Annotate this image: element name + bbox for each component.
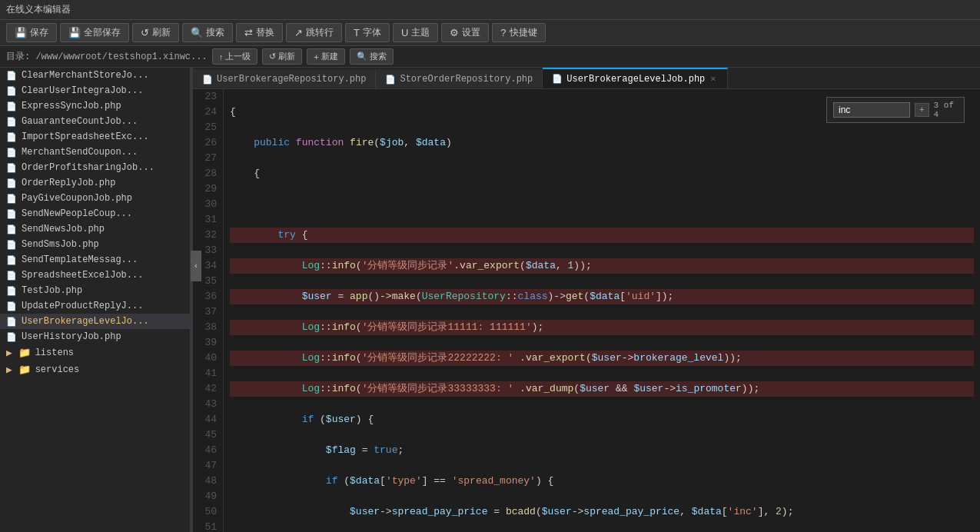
breadcrumb-refresh-button[interactable]: ↺ 刷新 xyxy=(262,48,302,65)
sidebar-item-label: GauaranteeCountJob... xyxy=(22,116,138,127)
line-numbers: 23 24 25 26 27 28 29 30 31 32 33 34 35 3… xyxy=(193,89,224,532)
tab-StoreOrderRepository[interactable]: 📄 StoreOrderRepository.php xyxy=(376,69,543,88)
settings-icon: ⚙ xyxy=(450,27,459,38)
sidebar-item-label: ImportSpreadsheetExc... xyxy=(22,131,149,142)
search-icon: 🔍 xyxy=(191,27,203,38)
sidebar-item-SendNewsJob[interactable]: 📄 SendNewsJob.php xyxy=(0,221,190,237)
new-button[interactable]: + 新建 xyxy=(307,48,344,65)
collapse-button[interactable]: ‹ xyxy=(191,251,201,281)
tab-label: UserBrokerageLevelJob.php xyxy=(566,74,705,85)
search-button[interactable]: 🔍 搜索 xyxy=(182,23,233,42)
sidebar-item-label: OrderReplyJob.php xyxy=(22,178,115,188)
file-icon: 📄 xyxy=(6,163,17,173)
sidebar-item-label: SendTemplateMessag... xyxy=(22,254,138,265)
code-line-36: $user->spread_pay_price = bcadd($user->s… xyxy=(230,504,974,520)
file-icon: 📄 xyxy=(6,101,17,111)
main-layout: 📄 ClearMerchantStoreJo... 📄 ClearUserInt… xyxy=(0,68,980,532)
editor-area: 📄 UserBrokerageRepository.php 📄 StoreOrd… xyxy=(193,68,980,532)
tab-bar: 📄 UserBrokerageRepository.php 📄 StoreOrd… xyxy=(193,68,980,89)
tab-label: UserBrokerageRepository.php xyxy=(217,74,366,85)
theme-icon: U xyxy=(401,27,408,38)
sidebar-item-TestJob[interactable]: 📄 TestJob.php xyxy=(0,283,190,298)
folder-label: services xyxy=(35,364,80,375)
refresh-label: 刷新 xyxy=(152,26,171,39)
save-all-button[interactable]: 💾 全部保存 xyxy=(60,23,129,42)
theme-label: 主题 xyxy=(411,26,430,39)
jump-button[interactable]: ↗ 跳转行 xyxy=(286,23,342,42)
sidebar-item-UserBrokerageLevelJo[interactable]: 📄 UserBrokerageLevelJo... xyxy=(0,314,190,329)
sidebar-item-label: OrderProfitsharingJob... xyxy=(22,162,154,173)
sidebar-item-SendSmsJob[interactable]: 📄 SendSmsJob.php xyxy=(0,237,190,252)
file-icon: 📄 xyxy=(6,255,17,265)
file-icon: 📄 xyxy=(6,301,17,311)
sidebar-item-ClearMerchantStoreJo[interactable]: 📄 ClearMerchantStoreJo... xyxy=(0,68,190,83)
sidebar-folder-services[interactable]: ▶ 📁 services xyxy=(0,361,190,378)
sidebar-item-label: MerchantSendCoupon... xyxy=(22,147,138,158)
code-container[interactable]: 23 24 25 26 27 28 29 30 31 32 33 34 35 3… xyxy=(193,89,980,532)
code-line-35: if ($data['type'] == 'spread_money') { xyxy=(230,474,974,489)
theme-button[interactable]: U 主题 xyxy=(393,23,438,42)
replace-button[interactable]: ⇄ 替换 xyxy=(236,23,283,42)
sidebar-item-label: UpdateProductReplyJ... xyxy=(22,301,143,311)
code-line-29: $user = app()->make(UserRepository::clas… xyxy=(230,289,974,304)
sidebar-item-MerchantSendCoupon[interactable]: 📄 MerchantSendCoupon... xyxy=(0,145,190,160)
toolbar: 💾 保存 💾 全部保存 ↺ 刷新 🔍 搜索 ⇄ 替换 ↗ 跳转行 T 字体 U … xyxy=(0,20,980,46)
sidebar-item-OrderReplyJob[interactable]: 📄 OrderReplyJob.php xyxy=(0,175,190,191)
sidebar-item-ExpressSyncJob[interactable]: 📄 ExpressSyncJob.php xyxy=(0,98,190,114)
settings-button[interactable]: ⚙ 设置 xyxy=(441,23,489,42)
code-line-28: Log::info('分销等级同步记录'.var_export($data, 1… xyxy=(230,258,974,274)
code-line-25: { xyxy=(230,166,974,181)
shortcuts-label: 快捷键 xyxy=(510,26,537,39)
sidebar-item-label: SendNewPeopleCoup... xyxy=(22,208,132,219)
sidebar-item-PayGiveCouponJob[interactable]: 📄 PayGiveCouponJob.php xyxy=(0,191,190,206)
file-icon: 📄 xyxy=(6,194,17,204)
code-content[interactable]: { public function fire($job, $data) { tr… xyxy=(224,89,980,532)
shortcuts-button[interactable]: ? 快捷键 xyxy=(492,23,545,42)
tab-close-button[interactable]: ✕ xyxy=(709,73,717,85)
search-input[interactable] xyxy=(833,102,910,118)
tab-UserBrokerageRepository[interactable]: 📄 UserBrokerageRepository.php xyxy=(193,69,376,88)
up-button[interactable]: ↑ 上一级 xyxy=(212,48,258,65)
title-text: 在线义本编辑器 xyxy=(6,5,71,15)
code-line-32: Log::info('分销等级同步记录33333333: ' .var_dump… xyxy=(230,381,974,397)
file-icon: 📄 xyxy=(6,86,17,96)
sidebar-item-ClearUserIntegraJob[interactable]: 📄 ClearUserIntegraJob... xyxy=(0,83,190,98)
search-prev-button[interactable]: + xyxy=(915,103,929,117)
file-icon: 📄 xyxy=(6,317,17,327)
sidebar-item-SendTemplateMessag[interactable]: 📄 SendTemplateMessag... xyxy=(0,252,190,268)
code-line-24: public function fire($job, $data) xyxy=(230,135,974,151)
sidebar-item-label: SpreadsheetExcelJob... xyxy=(22,270,143,281)
sidebar-item-label: PayGiveCouponJob.php xyxy=(22,193,132,204)
sidebar-item-OrderProfitsharingJob[interactable]: 📄 OrderProfitsharingJob... xyxy=(0,160,190,175)
sidebar-item-UpdateProductReplyJ[interactable]: 📄 UpdateProductReplyJ... xyxy=(0,298,190,314)
sidebar-item-UserHistoryJob[interactable]: 📄 UserHistoryJob.php xyxy=(0,329,190,344)
folder-icon: ▶ 📁 xyxy=(6,347,31,359)
file-icon: 📄 xyxy=(6,240,17,250)
sidebar-item-GauaranteeCountJob[interactable]: 📄 GauaranteeCountJob... xyxy=(0,114,190,129)
tab-UserBrokerageLevelJob[interactable]: 📄 UserBrokerageLevelJob.php ✕ xyxy=(543,68,727,88)
save-button[interactable]: 💾 保存 xyxy=(6,23,57,42)
search-overlay: + 3 of 4 xyxy=(826,97,965,123)
sidebar: 📄 ClearMerchantStoreJo... 📄 ClearUserInt… xyxy=(0,68,191,532)
sidebar-folder-listens[interactable]: ▶ 📁 listens xyxy=(0,344,190,361)
sidebar-item-ImportSpreadsheetExc[interactable]: 📄 ImportSpreadsheetExc... xyxy=(0,129,190,145)
font-button[interactable]: T 字体 xyxy=(345,23,390,42)
sidebar-item-label: ExpressSyncJob.php xyxy=(22,101,121,111)
file-icon: 📄 xyxy=(6,224,17,234)
tab-icon: 📄 xyxy=(385,75,396,85)
file-icon: 📄 xyxy=(6,71,17,81)
breadcrumb-search-icon: 🔍 xyxy=(357,52,367,62)
replace-label: 替换 xyxy=(256,26,274,39)
replace-icon: ⇄ xyxy=(244,27,253,38)
font-label: 字体 xyxy=(363,26,381,39)
code-editor: 23 24 25 26 27 28 29 30 31 32 33 34 35 3… xyxy=(193,89,980,532)
jump-label: 跳转行 xyxy=(306,26,334,39)
sidebar-item-SendNewPeopleCoup[interactable]: 📄 SendNewPeopleCoup... xyxy=(0,206,190,221)
refresh-button[interactable]: ↺ 刷新 xyxy=(132,23,179,42)
breadcrumb-search-button[interactable]: 🔍 搜索 xyxy=(350,48,394,65)
file-icon: 📄 xyxy=(6,148,17,158)
sidebar-item-SpreadsheetExcelJob[interactable]: 📄 SpreadsheetExcelJob... xyxy=(0,268,190,283)
file-icon: 📄 xyxy=(6,117,17,127)
file-icon: 📄 xyxy=(6,286,17,296)
sidebar-item-label: UserHistoryJob.php xyxy=(22,331,121,342)
